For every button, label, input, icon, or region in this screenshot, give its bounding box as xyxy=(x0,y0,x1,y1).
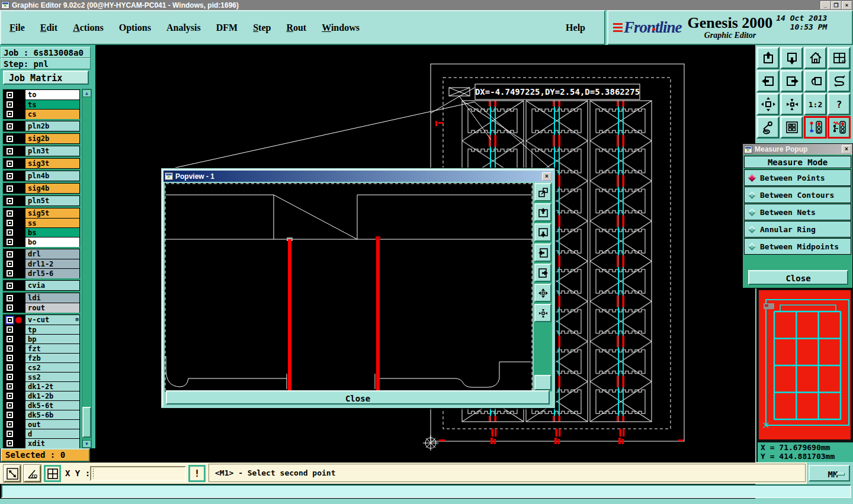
xy-coordinate-input[interactable] xyxy=(90,466,186,481)
grid-toggle-button[interactable] xyxy=(44,465,61,482)
menu-file[interactable]: File xyxy=(9,23,25,33)
layer-label[interactable]: pln5t xyxy=(25,196,79,206)
layer-checkbox[interactable] xyxy=(8,102,12,107)
new-popview-button[interactable] xyxy=(534,183,551,201)
netlist-a-button[interactable] xyxy=(804,116,827,139)
popview-close-button[interactable]: Close xyxy=(166,390,550,405)
measure-popup-titlebar[interactable]: Measure Popup × xyxy=(743,144,852,155)
measure-popup[interactable]: Measure Popup × Measure Mode Between Poi… xyxy=(742,143,853,288)
layer-checkbox[interactable] xyxy=(8,356,12,360)
zoom-out-center-button[interactable] xyxy=(534,304,551,322)
layer-checkbox[interactable] xyxy=(8,413,12,417)
layer-row-cvia[interactable]: cvia xyxy=(4,281,79,290)
layer-checkbox[interactable] xyxy=(8,432,12,436)
route-path-button[interactable] xyxy=(828,70,851,92)
layer-row-sig2b[interactable]: sig2b xyxy=(4,134,79,143)
layer-label[interactable]: ss xyxy=(25,219,79,228)
menu-analysis[interactable]: Analysis xyxy=(166,23,201,33)
layer-label[interactable]: drl1-2 xyxy=(25,259,79,269)
layer-checkbox[interactable] xyxy=(8,441,12,445)
layer-label[interactable]: drl xyxy=(25,249,79,259)
layer-row-fzb[interactable]: fzb xyxy=(4,353,79,362)
layer-row-d[interactable]: d xyxy=(4,429,79,438)
netlist-b-button[interactable] xyxy=(828,116,851,139)
layer-label[interactable]: sig3t xyxy=(25,159,79,168)
layer-list-scrollbar[interactable]: ▲ ▼ xyxy=(82,89,92,448)
menu-dfm[interactable]: DFM xyxy=(216,23,238,33)
measure-angle-button[interactable] xyxy=(24,465,41,482)
layer-checkbox[interactable] xyxy=(8,221,12,225)
layer-label[interactable]: tp xyxy=(25,325,79,335)
layer-checkbox[interactable] xyxy=(8,187,12,191)
layer-row-ldi[interactable]: ldi xyxy=(4,293,79,303)
menu-options[interactable]: Options xyxy=(119,23,151,33)
layer-row-bo[interactable]: bo xyxy=(4,237,79,246)
pan-left-button[interactable] xyxy=(756,70,780,92)
layer-checkbox[interactable] xyxy=(8,422,12,426)
scrollbar-thumb[interactable] xyxy=(82,407,91,438)
layer-row-rout[interactable]: rout xyxy=(4,303,79,312)
layer-row-drl5-6[interactable]: drl5-6 xyxy=(4,268,79,278)
layer-label[interactable]: pln3t xyxy=(25,146,79,156)
layer-label[interactable]: sig4b xyxy=(25,184,79,193)
layer-label[interactable]: pln4b xyxy=(25,171,79,181)
layer-row-sig3t[interactable]: sig3t xyxy=(4,159,79,168)
layer-row-dk5-6b[interactable]: dk5-6b xyxy=(4,410,79,419)
layer-row-sig5t[interactable]: sig5t xyxy=(4,208,79,218)
layer-row-pln3t[interactable]: pln3t xyxy=(4,146,79,156)
layer-checkbox[interactable] xyxy=(8,346,12,351)
redraw-view-button[interactable] xyxy=(804,70,827,92)
layer-label[interactable]: ts xyxy=(25,100,79,110)
layer-label[interactable]: ldi xyxy=(25,293,79,303)
layer-label[interactable]: d xyxy=(25,429,79,439)
layer-label[interactable]: cs2 xyxy=(25,363,79,373)
layer-label[interactable]: out xyxy=(25,420,79,429)
layer-row-pln2b[interactable]: pln2b xyxy=(4,121,79,131)
layer-row-cs2[interactable]: cs2 xyxy=(4,362,79,372)
layer-row-dk5-6t[interactable]: dk5-6t xyxy=(4,400,79,410)
menu-help[interactable]: Help xyxy=(566,23,585,33)
option-annular-ring[interactable]: Annular Ring xyxy=(744,221,851,237)
layer-label[interactable]: bo xyxy=(25,237,79,247)
option-between-midpoints[interactable]: Between Midpoints xyxy=(744,238,851,255)
layer-row-drl[interactable]: drl xyxy=(4,249,79,259)
layer-label[interactable]: v-cut xyxy=(25,315,79,325)
layer-label[interactable]: xdit xyxy=(25,439,79,448)
layer-row-drl1-2[interactable]: drl1-2 xyxy=(4,259,79,268)
help-button[interactable]: ? xyxy=(828,93,851,115)
layer-row-ts[interactable]: ts xyxy=(4,99,79,109)
matrix-grid-button[interactable] xyxy=(780,116,803,139)
layer-checkbox[interactable] xyxy=(8,149,12,153)
layer-label[interactable]: sig5t xyxy=(25,208,79,218)
measure-popup-close-icon[interactable]: × xyxy=(842,145,851,153)
layer-row-bs[interactable]: bs xyxy=(4,227,79,237)
menu-rout[interactable]: Rout xyxy=(286,23,306,33)
layer-row-bp[interactable]: bp xyxy=(4,334,79,344)
zoom-out-fit-button[interactable] xyxy=(756,93,780,115)
layer-checkbox[interactable] xyxy=(8,124,12,129)
layer-label[interactable]: bp xyxy=(25,335,79,344)
layer-checkbox[interactable] xyxy=(8,174,12,178)
scroll-up-icon[interactable]: ▲ xyxy=(82,89,91,97)
layer-checkbox[interactable] xyxy=(8,375,12,379)
layer-label[interactable]: pln2b xyxy=(25,121,79,131)
overview-minimap[interactable] xyxy=(756,288,853,442)
layer-checkbox[interactable] xyxy=(8,318,12,322)
pan-left-button[interactable] xyxy=(534,243,551,262)
layer-checkbox[interactable] xyxy=(8,296,12,300)
pan-up-button[interactable] xyxy=(534,203,551,221)
pan-right-button[interactable] xyxy=(534,264,551,282)
menu-edit[interactable]: Edit xyxy=(40,23,57,33)
layer-checkbox[interactable] xyxy=(8,137,12,141)
menu-windows[interactable]: Windows xyxy=(322,23,360,33)
layer-checkbox[interactable] xyxy=(8,328,12,332)
layer-label[interactable]: to xyxy=(25,90,79,99)
layer-checkbox[interactable] xyxy=(8,252,12,256)
popview-canvas[interactable] xyxy=(165,183,533,391)
layer-row-xdit[interactable]: xdit xyxy=(4,438,79,448)
layer-checkbox[interactable] xyxy=(8,230,12,235)
layer-checkbox[interactable] xyxy=(8,271,12,275)
option-between-points[interactable]: Between Points xyxy=(744,169,851,186)
minimize-button[interactable]: _ xyxy=(820,1,830,9)
layer-checkbox[interactable] xyxy=(8,262,12,266)
